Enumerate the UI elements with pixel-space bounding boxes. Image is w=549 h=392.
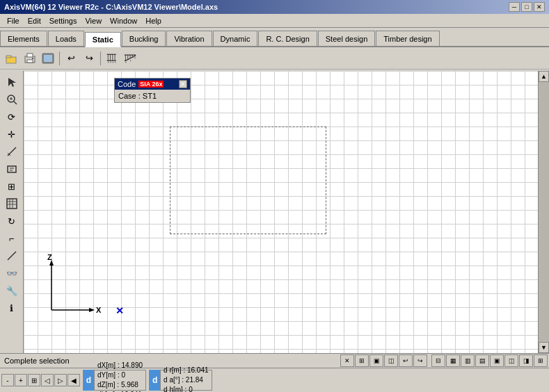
svg-marker-26	[135, 57, 136, 58]
corner-tool[interactable]: ⌐	[3, 230, 20, 247]
scroll-up-button[interactable]: ▲	[539, 71, 549, 82]
zoom-fit-button[interactable]: ⊞	[28, 374, 40, 386]
zoom-plus-button[interactable]: +	[15, 374, 27, 386]
selection-rectangle	[170, 126, 326, 234]
maximize-button[interactable]: □	[521, 2, 532, 12]
code-label: Code SIA 26x	[118, 80, 164, 88]
coord-dr: d r[m] : 16.041	[164, 366, 208, 375]
svg-rect-3	[27, 54, 33, 57]
label-tool[interactable]	[3, 161, 20, 177]
svg-marker-46	[89, 308, 95, 312]
status-icon-13[interactable]: ◨	[519, 354, 533, 367]
menu-view[interactable]: View	[81, 16, 106, 26]
menu-settings[interactable]: Settings	[45, 16, 81, 26]
svg-marker-27	[8, 78, 16, 87]
status-icon-2[interactable]: ⊞	[355, 354, 369, 367]
grid-background: Code SIA 26x ✕ Case : ST1 Z X	[24, 71, 538, 353]
info-popup-title-bar: Code SIA 26x ✕	[115, 79, 190, 90]
coord-r-label: d	[150, 370, 161, 391]
pan-tool[interactable]: ✛	[3, 126, 20, 142]
info-tool[interactable]: ℹ	[3, 300, 20, 316]
sia-badge: SIA 26x	[138, 81, 164, 88]
status-icon-4[interactable]: ◫	[384, 354, 398, 367]
render-button[interactable]	[39, 50, 57, 67]
coord-dh: d h[m] : 0	[164, 385, 208, 392]
status-icon-10[interactable]: ▤	[475, 354, 489, 367]
print-button[interactable]	[21, 50, 39, 67]
open-button[interactable]	[3, 50, 21, 67]
status-icon-3[interactable]: ▣	[369, 354, 383, 367]
tab-loads[interactable]: Loads	[48, 31, 84, 46]
zoom-bar: - + ⊞ ◁ ▷ ◀	[0, 374, 81, 386]
zoom-back-button[interactable]: ◁	[41, 374, 54, 386]
close-button[interactable]: ✕	[534, 2, 545, 12]
rotate-tool[interactable]: ⟳	[3, 108, 20, 125]
scroll-track-vertical[interactable]	[539, 82, 549, 342]
section-tool[interactable]	[3, 195, 20, 212]
coord-dz: dZ[m] : 5.968	[97, 380, 143, 390]
zoom-tool[interactable]	[3, 91, 20, 108]
coord-d-values: dX[m] : 14.890 dY[m] : 0 dZ[m] : 5.968 d…	[95, 360, 145, 392]
tab-buckling[interactable]: Buckling	[122, 31, 166, 46]
status-icon-11[interactable]: ▣	[490, 354, 504, 367]
tab-timber-design[interactable]: Timber design	[376, 31, 439, 46]
status-icon-14[interactable]: ⊞	[534, 354, 548, 367]
coord-panel-r: d d r[m] : 16.041 d a[°] : 21.84 d h[m] …	[149, 370, 212, 391]
redo-button[interactable]: ↪	[80, 50, 98, 67]
menu-file[interactable]: File	[3, 16, 24, 26]
glasses-tool[interactable]: 👓	[3, 265, 20, 281]
status-icon-8[interactable]: ▦	[446, 354, 460, 367]
coord-da: d a[°] : 21.84	[164, 375, 208, 385]
title-bar: AxisVM(64) 12 Viewer R2c - C:\AxisVM12 V…	[0, 0, 549, 14]
wrench-tool[interactable]: 🔧	[3, 282, 20, 299]
undo-button[interactable]: ↩	[62, 50, 80, 67]
coord-r-values: d r[m] : 16.041 d a[°] : 21.84 d h[m] : …	[161, 365, 211, 392]
load1-button[interactable]	[103, 50, 121, 67]
scroll-down-button[interactable]: ▼	[539, 342, 549, 353]
status-icon-7[interactable]: ⊟	[431, 354, 445, 367]
menu-window[interactable]: Window	[106, 16, 141, 26]
status-icon-9[interactable]: ▥	[461, 354, 475, 367]
grid-tool[interactable]: ⊞	[3, 178, 20, 195]
svg-marker-24	[125, 61, 127, 63]
menu-help[interactable]: Help	[141, 16, 166, 26]
tab-elements[interactable]: Elements	[0, 31, 47, 46]
coord-dy: dY[m] : 0	[97, 370, 143, 380]
svg-line-42	[8, 252, 16, 260]
tab-dynamic[interactable]: Dynamic	[213, 31, 258, 46]
tab-static[interactable]: Static	[85, 32, 121, 47]
coord-panel-d: d dX[m] : 14.890 dY[m] : 0 dZ[m] : 5.968…	[83, 370, 146, 391]
zoom-prev-button[interactable]: ◀	[67, 374, 80, 386]
svg-point-5	[32, 58, 33, 59]
case-label: Case : ST1	[118, 92, 157, 100]
tab-steel-design[interactable]: Steel design	[318, 31, 376, 46]
measure-tool[interactable]	[3, 143, 20, 160]
cycle-tool[interactable]: ↻	[3, 213, 20, 229]
info-popup-close-button[interactable]: ✕	[179, 80, 187, 88]
cursor-tool[interactable]	[3, 74, 20, 90]
load2-button[interactable]	[121, 50, 139, 67]
zoom-forward-button[interactable]: ▷	[54, 374, 67, 386]
tab-vibration[interactable]: Vibration	[166, 31, 212, 46]
menu-edit[interactable]: Edit	[24, 16, 45, 26]
coord-dx: dX[m] : 14.890	[97, 361, 143, 370]
main-toolbar: ↩ ↪	[0, 47, 549, 70]
zoom-minus-button[interactable]: -	[1, 374, 14, 386]
canvas-area: Code SIA 26x ✕ Case : ST1 Z X	[24, 71, 538, 353]
status-icon-6[interactable]: ↪	[413, 354, 427, 367]
tab-bar: Elements Loads Static Buckling Vibration…	[0, 28, 549, 47]
axes-container: Z X	[38, 254, 107, 318]
line-tool[interactable]	[3, 247, 20, 264]
svg-marker-14	[108, 61, 109, 63]
status-icons: ✕ ⊞ ▣ ◫ ↩ ↪ ⊟ ▦ ▥ ▤ ▣ ◫ ◨ ⊞	[340, 354, 549, 367]
status-icon-12[interactable]: ◫	[504, 354, 518, 367]
tab-rc-design[interactable]: R. C. Design	[258, 31, 317, 46]
window-title: AxisVM(64) 12 Viewer R2c - C:\AxisVM12 V…	[4, 3, 218, 11]
vertical-scrollbar[interactable]: ▲ ▼	[538, 71, 549, 353]
status-icon-1[interactable]: ✕	[340, 354, 354, 367]
cross-marker: ✕	[116, 307, 124, 315]
minimize-button[interactable]: ─	[509, 2, 520, 12]
svg-marker-15	[111, 61, 112, 63]
status-icon-5[interactable]: ↩	[399, 354, 413, 367]
svg-rect-1	[6, 56, 11, 58]
